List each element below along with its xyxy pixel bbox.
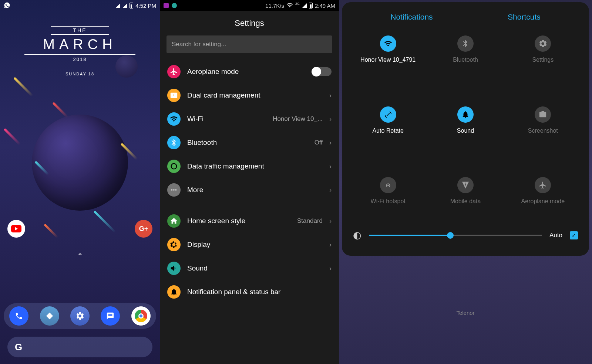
tile-auto-rotate[interactable]: Auto Rotate <box>353 106 423 159</box>
display-icon <box>167 238 181 251</box>
tile-aeroplane[interactable]: Aeroplane mode <box>508 177 578 229</box>
camera-icon <box>535 106 551 123</box>
bluetooth-icon <box>167 136 181 149</box>
wifi-icon <box>167 112 181 126</box>
chevron-right-icon: › <box>329 115 332 123</box>
auto-brightness-checkbox[interactable]: ✓ <box>570 231 578 239</box>
tile-sound[interactable]: Sound <box>430 106 500 159</box>
tile-label: Auto Rotate <box>372 127 404 135</box>
setting-value: Honor View 10_... <box>273 115 323 123</box>
signal-icon <box>302 3 307 8</box>
setting-notification-panel[interactable]: Notification panel & status bar <box>160 280 339 304</box>
setting-bluetooth[interactable]: Bluetooth Off › <box>160 131 339 154</box>
app-drawer-handle[interactable]: ⌃ <box>77 252 83 261</box>
google-plus-app-icon[interactable]: G+ <box>135 220 152 238</box>
carrier-label: Telenor <box>339 310 592 316</box>
bluetooth-icon <box>457 35 474 52</box>
planet-decoration <box>32 115 128 211</box>
search-placeholder: Search for setting... <box>172 41 226 48</box>
more-icon <box>167 183 181 197</box>
slider-thumb[interactable] <box>447 232 454 239</box>
google-search-bar[interactable]: G <box>7 337 152 357</box>
setting-label: More <box>187 186 323 194</box>
setting-data-traffic[interactable]: Data traffic management › <box>160 154 339 178</box>
chevron-right-icon: › <box>329 163 332 170</box>
settings-app-icon[interactable] <box>70 306 90 326</box>
quick-settings-screen: Notifications Shortcuts Honor View 10_47… <box>339 0 592 364</box>
hotspot-icon <box>380 177 396 193</box>
setting-value: Standard <box>297 217 323 225</box>
airplane-icon <box>167 65 181 78</box>
tile-label: Wi-Fi hotspot <box>371 198 406 205</box>
messages-app-icon[interactable] <box>101 306 120 326</box>
dock <box>4 303 156 329</box>
app-badge-icon <box>172 3 177 8</box>
notification-icon <box>167 285 181 299</box>
wifi-icon <box>286 2 293 10</box>
tile-bluetooth[interactable]: Bluetooth <box>430 35 500 88</box>
brightness-slider[interactable] <box>369 235 542 236</box>
tile-mobile-data[interactable]: Mobile data <box>430 177 500 229</box>
chrome-app-icon[interactable] <box>131 306 151 326</box>
chevron-right-icon: › <box>329 139 332 147</box>
gallery-app-icon[interactable] <box>40 306 59 326</box>
mobile-data-icon <box>457 177 474 193</box>
tile-label: Bluetooth <box>453 56 478 64</box>
chevron-right-icon: › <box>329 92 332 99</box>
tile-label: Screenshot <box>528 127 558 135</box>
auto-brightness-label: Auto <box>549 232 562 239</box>
setting-aeroplane-mode[interactable]: Aeroplane mode <box>160 60 339 84</box>
svg-point-3 <box>175 189 177 191</box>
battery-icon <box>309 3 313 8</box>
google-logo-icon: G <box>15 341 22 353</box>
airplane-icon <box>535 177 551 193</box>
phone-app-icon[interactable] <box>9 306 28 326</box>
tab-shortcuts[interactable]: Shortcuts <box>505 10 544 24</box>
svg-point-0 <box>171 164 177 169</box>
tile-screenshot[interactable]: Screenshot <box>508 106 578 159</box>
moon-decoration <box>115 55 138 78</box>
setting-label: Aeroplane mode <box>187 68 306 76</box>
setting-label: Wi-Fi <box>187 115 266 123</box>
comet-decoration <box>4 128 21 146</box>
data-icon <box>167 160 181 173</box>
bell-icon <box>457 106 474 123</box>
wifi-icon <box>380 35 396 52</box>
tile-label: Mobile data <box>450 198 481 205</box>
setting-dual-card[interactable]: Dual card management › <box>160 84 339 107</box>
setting-label: Notification panel & status bar <box>187 288 332 296</box>
tile-settings[interactable]: Settings <box>508 35 578 88</box>
setting-label: Home screen style <box>187 217 290 225</box>
youtube-app-icon[interactable] <box>7 220 25 238</box>
setting-label: Display <box>187 241 323 249</box>
setting-label: Data traffic management <box>187 162 323 170</box>
whatsapp-icon <box>4 2 10 10</box>
tile-label: Settings <box>532 56 554 64</box>
widget-the: THE <box>51 26 109 35</box>
quick-settings-panel: Notifications Shortcuts Honor View 10_47… <box>342 2 589 256</box>
brightness-control: ◐ Auto ✓ <box>353 229 578 248</box>
tab-bar: Notifications Shortcuts <box>353 10 578 24</box>
tab-notifications[interactable]: Notifications <box>387 10 435 24</box>
comet-decoration <box>13 77 33 97</box>
setting-label: Dual card management <box>187 91 323 99</box>
setting-wifi[interactable]: Wi-Fi Honor View 10_... › <box>160 107 339 131</box>
setting-label: Sound <box>187 264 323 272</box>
tile-wifi[interactable]: Honor View 10_4791 <box>353 35 423 88</box>
toggle-switch[interactable] <box>312 67 332 76</box>
search-input[interactable]: Search for setting... <box>166 35 332 53</box>
home-icon <box>167 214 181 228</box>
setting-sound[interactable]: Sound › <box>160 256 339 280</box>
tile-hotspot[interactable]: Wi-Fi hotspot <box>353 177 423 229</box>
status-bar: 4:52 PM <box>0 0 160 11</box>
setting-home-screen[interactable]: Home screen style Standard › <box>160 209 339 233</box>
status-bar: 11.7K/s 2G 2:49 AM <box>160 0 339 11</box>
rotate-icon <box>380 106 396 123</box>
network-type: 2G <box>295 2 300 6</box>
network-speed: 11.7K/s <box>265 3 284 9</box>
setting-display[interactable]: Display › <box>160 233 339 256</box>
tile-label: Sound <box>457 127 474 135</box>
battery-icon <box>130 3 133 8</box>
page-title: Settings <box>160 11 339 35</box>
setting-more[interactable]: More › <box>160 178 339 202</box>
